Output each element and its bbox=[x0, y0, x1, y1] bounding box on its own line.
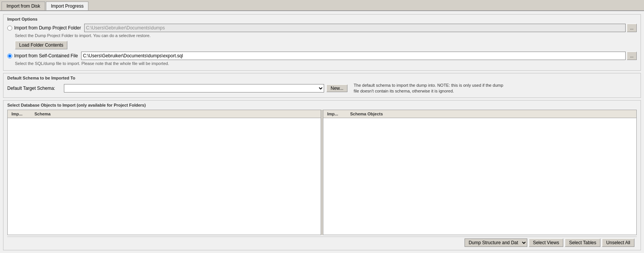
schema-table-header: Imp... Schema bbox=[8, 110, 321, 118]
load-folder-contents-button[interactable]: Load Folder Contents bbox=[15, 41, 67, 49]
self-contained-label: Import from Self-Contained File bbox=[14, 53, 78, 58]
schema-section: Default Schema to be Imported To Default… bbox=[3, 73, 641, 98]
dump-dropdown-wrapper: Dump Structure and Dat bbox=[465, 238, 527, 247]
schema-col1-header: Imp... bbox=[9, 111, 32, 117]
objects-table-panel: Imp... Schema Objects bbox=[323, 110, 637, 235]
schema-label: Default Target Schema: bbox=[7, 86, 61, 91]
objects-table-header: Imp... Schema Objects bbox=[323, 110, 636, 118]
tables-container: Imp... Schema Imp... Schema Objects bbox=[7, 110, 637, 235]
dump-project-path-input[interactable] bbox=[84, 24, 626, 32]
schema-select[interactable] bbox=[64, 84, 324, 92]
dump-structure-dropdown[interactable]: Dump Structure and Dat bbox=[465, 238, 527, 247]
schema-col2-header: Schema bbox=[32, 111, 53, 117]
select-tables-button[interactable]: Select Tables bbox=[565, 238, 600, 247]
schema-table-panel: Imp... Schema bbox=[7, 110, 321, 235]
select-views-button[interactable]: Select Views bbox=[529, 238, 563, 247]
database-objects-section: Select Database Objects to Import (only … bbox=[3, 100, 641, 250]
objects-col2-header: Schema Objects bbox=[348, 111, 385, 117]
objects-table-body bbox=[323, 118, 636, 235]
dump-project-hint: Select the Dump Project Folder to import… bbox=[15, 33, 637, 38]
bottom-controls: Dump Structure and Dat Select Views Sele… bbox=[465, 238, 634, 247]
self-contained-file-row: Import from Self-Contained File ... bbox=[7, 52, 637, 60]
tab-import-from-disk[interactable]: Import from Disk bbox=[2, 2, 45, 10]
self-contained-hint: Select the SQL/dump file to import. Plea… bbox=[15, 61, 637, 66]
schema-hint: The default schema to import the dump in… bbox=[354, 83, 507, 94]
toolbar-row: Dump Structure and Dat Select Views Sele… bbox=[7, 237, 637, 248]
tab-bar: Import from Disk Import Progress bbox=[0, 0, 644, 11]
import-options-section: Import Options Import from Dump Project … bbox=[3, 14, 641, 71]
schema-section-title: Default Schema to be Imported To bbox=[7, 76, 637, 80]
objects-col1-header: Imp... bbox=[325, 111, 348, 117]
dump-project-browse-button[interactable]: ... bbox=[627, 24, 637, 32]
self-contained-path-input[interactable] bbox=[81, 52, 626, 60]
unselect-all-button[interactable]: Unselect All bbox=[602, 238, 634, 247]
main-content: Import Options Import from Dump Project … bbox=[0, 11, 644, 253]
dump-project-radio[interactable] bbox=[7, 26, 12, 31]
schema-row: Default Target Schema: New... The defaul… bbox=[7, 83, 637, 94]
dump-project-label: Import from Dump Project Folder bbox=[14, 25, 81, 31]
database-objects-title: Select Database Objects to Import (only … bbox=[7, 103, 637, 107]
schema-table-body bbox=[8, 118, 321, 235]
tab-import-progress[interactable]: Import Progress bbox=[46, 2, 88, 10]
self-contained-browse-button[interactable]: ... bbox=[627, 52, 637, 60]
import-options-title: Import Options bbox=[7, 17, 637, 21]
dump-project-folder-row: Import from Dump Project Folder ... bbox=[7, 24, 637, 32]
schema-new-button[interactable]: New... bbox=[326, 84, 347, 92]
self-contained-radio[interactable] bbox=[7, 54, 12, 58]
